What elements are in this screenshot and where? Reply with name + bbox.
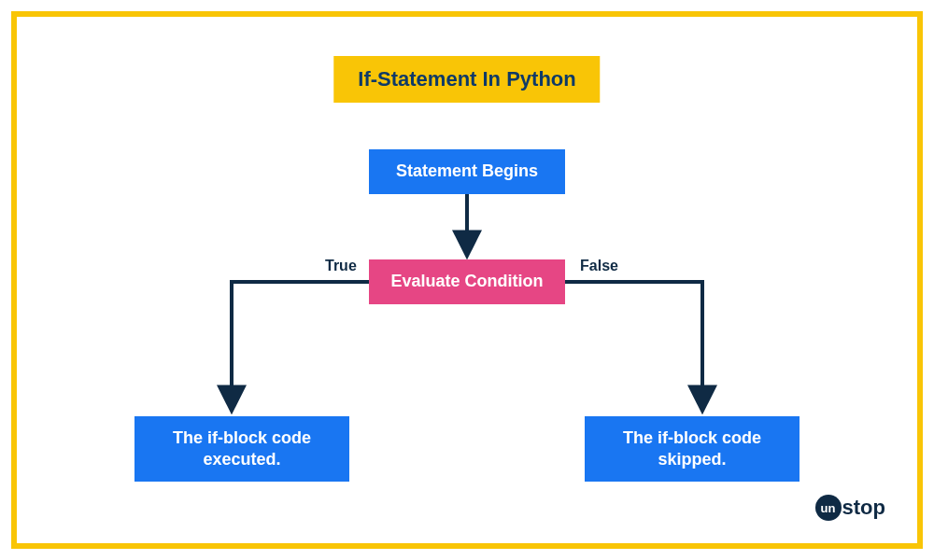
edge-label-true: True	[325, 258, 357, 274]
node-if-block-skipped: The if-block code skipped.	[585, 416, 800, 482]
diagram-title: If-Statement In Python	[333, 56, 600, 103]
brand-logo-text: stop	[842, 496, 885, 520]
brand-logo-circle: un	[815, 495, 842, 521]
node-evaluate-condition: Evaluate Condition	[369, 259, 565, 304]
outer-border: If-Statement In Python Statement Begins …	[11, 11, 923, 549]
edge-label-false: False	[580, 258, 618, 274]
node-if-block-executed: The if-block code executed.	[134, 416, 349, 482]
node-statement-begins: Statement Begins	[369, 149, 565, 194]
diagram-canvas: If-Statement In Python Statement Begins …	[17, 17, 917, 543]
brand-logo: unstop	[815, 495, 885, 521]
